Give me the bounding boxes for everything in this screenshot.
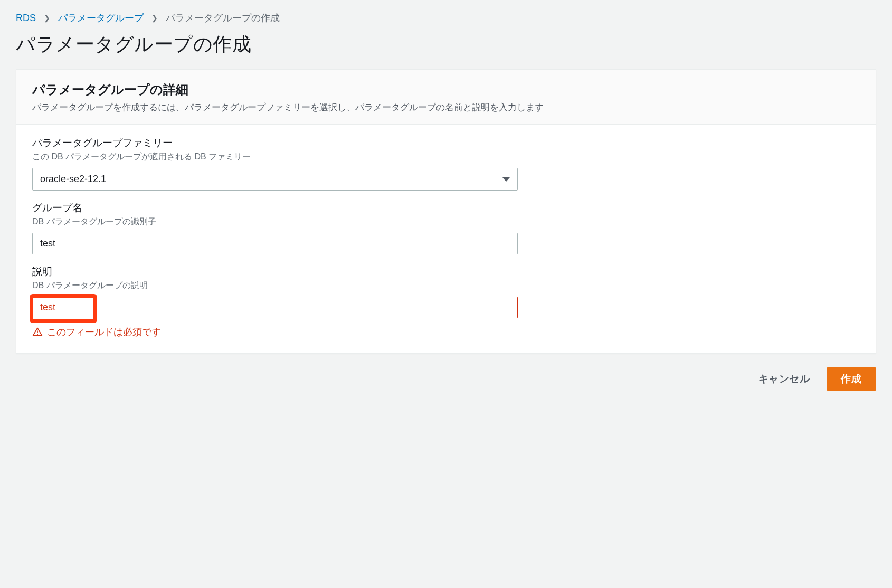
family-label: パラメータグループファミリー xyxy=(32,136,860,150)
group-name-hint: DB パラメータグループの識別子 xyxy=(32,216,860,227)
breadcrumb: RDS ❯ パラメータグループ ❯ パラメータグループの作成 xyxy=(0,0,892,24)
breadcrumb-current: パラメータグループの作成 xyxy=(166,13,280,23)
description-label: 説明 xyxy=(32,265,860,279)
chevron-right-icon: ❯ xyxy=(151,14,158,22)
page-title: パラメータグループの作成 xyxy=(0,24,892,69)
panel-heading: パラメータグループの詳細 xyxy=(32,81,860,98)
alert-triangle-icon xyxy=(32,327,43,337)
panel-body: パラメータグループファミリー この DB パラメータグループが適用される DB … xyxy=(16,125,876,353)
svg-point-1 xyxy=(37,334,38,335)
group-name-field: グループ名 DB パラメータグループの識別子 xyxy=(32,201,860,254)
family-field: パラメータグループファミリー この DB パラメータグループが適用される DB … xyxy=(32,136,860,191)
description-error-text: このフィールドは必須です xyxy=(47,326,161,338)
family-select[interactable]: oracle-se2-12.1 xyxy=(32,168,518,191)
caret-down-icon xyxy=(502,177,510,182)
group-name-label: グループ名 xyxy=(32,201,860,215)
description-field: 説明 DB パラメータグループの説明 このフィールドは必須です xyxy=(32,265,860,338)
details-panel: パラメータグループの詳細 パラメータグループを作成するには、パラメータグループフ… xyxy=(16,69,876,354)
panel-description: パラメータグループを作成するには、パラメータグループファミリーを選択し、パラメー… xyxy=(32,101,860,113)
cancel-button[interactable]: キャンセル xyxy=(756,368,812,390)
chevron-right-icon: ❯ xyxy=(44,14,50,22)
family-select-value: oracle-se2-12.1 xyxy=(40,174,106,185)
breadcrumb-parent-link[interactable]: パラメータグループ xyxy=(58,13,144,23)
description-hint: DB パラメータグループの説明 xyxy=(32,280,860,291)
panel-header: パラメータグループの詳細 パラメータグループを作成するには、パラメータグループフ… xyxy=(16,70,876,125)
form-actions: キャンセル 作成 xyxy=(0,354,892,405)
group-name-input[interactable] xyxy=(32,233,518,254)
description-input[interactable] xyxy=(32,297,518,318)
description-error: このフィールドは必須です xyxy=(32,326,860,338)
breadcrumb-root-link[interactable]: RDS xyxy=(16,13,36,23)
family-hint: この DB パラメータグループが適用される DB ファミリー xyxy=(32,151,860,163)
submit-button[interactable]: 作成 xyxy=(827,367,876,391)
